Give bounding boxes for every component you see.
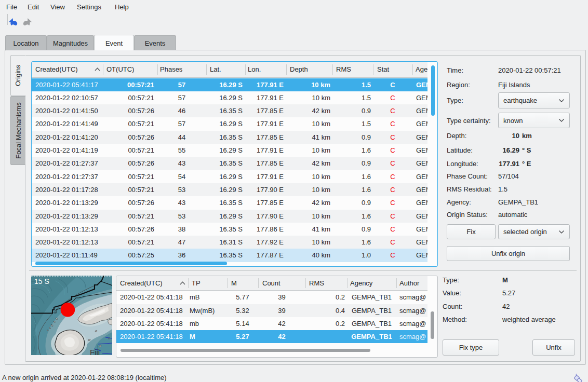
svg-text:15 S: 15 S [34, 277, 49, 285]
svg-text:Fiji: Fiji [90, 348, 100, 355]
